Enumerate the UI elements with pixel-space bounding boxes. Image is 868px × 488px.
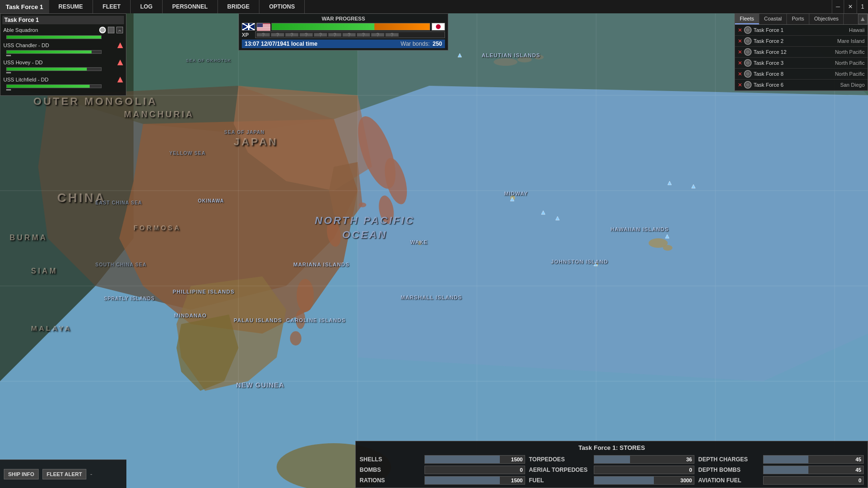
- svg-rect-53: [257, 30, 270, 30]
- xp-seg-9: ?: [371, 33, 384, 37]
- left-panel-title: Task Force 1: [2, 16, 124, 24]
- able-squadron-row[interactable]: Able Squadron: [2, 26, 124, 34]
- japan-sun-icon: [436, 24, 441, 29]
- fleet-3-close[interactable]: ✕: [738, 60, 742, 66]
- resume-button[interactable]: RESUME: [49, 0, 93, 13]
- personnel-button[interactable]: PERSONNEL: [163, 0, 218, 13]
- store-aerial-torpedoes-label: AERIAL TORPEDOES: [529, 467, 591, 473]
- fleet-alert-button[interactable]: FLEET ALERT: [42, 469, 86, 479]
- tab-scroll-up[interactable]: ▲: [858, 14, 868, 24]
- store-depth-charges-label: DEPTH CHARGES: [698, 456, 760, 463]
- stores-panel: Task Force 1: STORES SHELLS 1500 TORPEDO…: [355, 441, 868, 488]
- stores-grid: SHELLS 1500 TORPEDOES 36 DEPTH CHARGES 4…: [360, 455, 864, 485]
- window-controls: ─ ✕ 1: [832, 0, 868, 13]
- top-bar-menu: RESUME FLEET LOG PERSONNEL BRIDGE OPTION…: [49, 0, 305, 13]
- able-squadron-block: Able Squadron: [2, 26, 124, 39]
- minimize-button[interactable]: ─: [832, 0, 844, 13]
- fleet-8-name: Task Force 8: [754, 71, 835, 77]
- store-fuel: FUEL 3000: [529, 476, 694, 485]
- fleet-row-1[interactable]: ✕ Task Force 1 Hawaii: [735, 25, 868, 36]
- store-rations-fill: [425, 477, 500, 484]
- fleet-8-location: North Pacific: [835, 71, 865, 77]
- xp-seg-7: ?: [342, 33, 356, 37]
- store-bombs: BOMBS 0: [360, 466, 525, 474]
- bottom-dash: -: [90, 470, 93, 478]
- tab-objectives[interactable]: Objectives: [809, 14, 844, 24]
- fleet-2-close[interactable]: ✕: [738, 38, 742, 44]
- store-depth-charges-fill: [764, 456, 808, 463]
- task-force-title: Task Force 1: [0, 0, 49, 13]
- store-fuel-value: 3000: [681, 477, 692, 484]
- store-fuel-bar: 3000: [594, 476, 694, 485]
- close-button[interactable]: ✕: [844, 0, 857, 13]
- uss-hovey-row[interactable]: USS Hovey - DD: [2, 59, 124, 66]
- fleet-2-location: Mare Island: [837, 38, 865, 44]
- right-panel: Fleets Coastal Ports Objectives ▲ ✕ Task…: [734, 13, 868, 91]
- allied-progress: [272, 23, 374, 30]
- uss-litchfield-row[interactable]: USS Litchfield - DD: [2, 76, 124, 83]
- store-torpedoes-value: 36: [686, 456, 692, 463]
- svg-rect-51: [257, 28, 270, 29]
- fleet-1-close[interactable]: ✕: [738, 27, 742, 33]
- store-torpedoes: TORPEDOES 36: [529, 455, 694, 464]
- fleet-row-3[interactable]: ✕ Task Force 3 North Pacific: [735, 58, 868, 69]
- time-row: 13:07 12/07/1941 local time War bonds: 2…: [242, 40, 445, 48]
- uss-chandler-row[interactable]: USS Chandler - DD: [2, 42, 124, 49]
- tab-coastal[interactable]: Coastal: [759, 14, 787, 24]
- able-squadron-name: Able Squadron: [3, 27, 97, 33]
- fleet-row-6[interactable]: ✕ Task Force 6 San Diego: [735, 80, 868, 91]
- xp-row: XP ? ? ? ? ? ? ? ? ? ?: [242, 31, 445, 38]
- fleet-button[interactable]: FLEET: [93, 0, 131, 13]
- svg-rect-52: [257, 29, 270, 29]
- fleet-12-name: Task Force 12: [754, 49, 835, 55]
- uss-litchfield-block: USS Litchfield - DD: [2, 76, 124, 91]
- enemy-progress: [374, 23, 430, 30]
- store-rations: RATIONS 1500: [360, 476, 525, 485]
- store-shells-fill: [425, 456, 500, 463]
- xp-seg-6: ?: [328, 33, 341, 37]
- fleet-1-icon: [744, 26, 752, 34]
- store-aerial-torpedoes: AERIAL TORPEDOES 0: [529, 466, 694, 474]
- fleet-2-icon: [744, 37, 752, 45]
- able-squadron-icon-sq: [108, 27, 114, 33]
- store-rations-bar: 1500: [424, 476, 525, 485]
- log-button[interactable]: LOG: [131, 0, 163, 13]
- fleet-row-12[interactable]: ✕ Task Force 12 North Pacific: [735, 47, 868, 58]
- uss-chandler-health: [6, 50, 102, 54]
- fleet-8-close[interactable]: ✕: [738, 71, 742, 77]
- war-progress-panel: WAR PROGRESS XP: [238, 13, 448, 51]
- fleet-12-icon: [744, 48, 752, 56]
- fleet-row-8[interactable]: ✕ Task Force 8 North Pacific: [735, 69, 868, 80]
- ship-info-button[interactable]: SHIP INFO: [4, 469, 39, 479]
- top-bar: Task Force 1 RESUME FLEET LOG PERSONNEL …: [0, 0, 868, 13]
- fleet-12-close[interactable]: ✕: [738, 49, 742, 55]
- fleet-row-2[interactable]: ✕ Task Force 2 Mare Island: [735, 36, 868, 47]
- fleet-1-name: Task Force 1: [754, 27, 849, 33]
- right-panel-tabs: Fleets Coastal Ports Objectives ▲: [735, 14, 868, 25]
- store-aviation-fuel-label: AVIATION FUEL: [698, 477, 760, 484]
- uss-hovey-health-bar: [7, 68, 87, 71]
- left-panel: Task Force 1 Able Squadron USS Chandler …: [0, 13, 126, 96]
- tab-ports[interactable]: Ports: [787, 14, 809, 24]
- svg-rect-50: [257, 27, 270, 28]
- xp-label: XP: [242, 32, 254, 38]
- xp-bar: ? ? ? ? ? ? ? ? ? ?: [255, 31, 445, 38]
- xp-seg-3: ?: [285, 33, 299, 37]
- uss-chandler-tick: [6, 55, 11, 56]
- store-aviation-fuel-value: 0: [858, 477, 861, 484]
- fleet-3-location: North Pacific: [835, 60, 865, 66]
- tab-fleets[interactable]: Fleets: [735, 14, 759, 24]
- svg-point-36: [663, 245, 672, 251]
- bottom-left-buttons: SHIP INFO FLEET ALERT -: [0, 459, 126, 488]
- uss-hovey-block: USS Hovey - DD: [2, 59, 124, 73]
- bridge-button[interactable]: BRIDGE: [218, 0, 260, 13]
- svg-point-30: [517, 57, 532, 62]
- options-button[interactable]: OPTIONS: [259, 0, 305, 13]
- fleet-6-icon: [744, 81, 752, 89]
- fleet-6-close[interactable]: ✕: [738, 82, 742, 88]
- uss-hovey-icon: [117, 60, 123, 65]
- svg-point-29: [494, 58, 517, 66]
- war-progress-title: WAR PROGRESS: [242, 16, 445, 21]
- war-progress-bar: [271, 23, 430, 30]
- uk-flag: [242, 23, 255, 30]
